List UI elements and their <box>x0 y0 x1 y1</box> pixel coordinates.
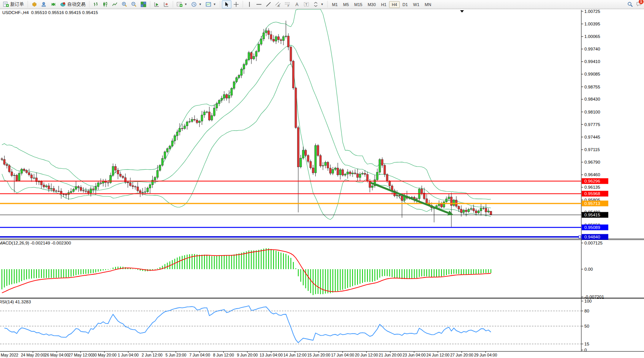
bull-candle[interactable] <box>324 162 326 166</box>
bull-candle[interactable] <box>283 37 285 41</box>
bear-candle[interactable] <box>389 181 391 186</box>
time-axis-label[interactable]: 1 Jun 04:00 <box>118 353 139 357</box>
bull-candle[interactable] <box>480 208 482 211</box>
time-axis-label[interactable]: 27 May 12:00 <box>68 353 93 357</box>
bear-candle[interactable] <box>458 207 460 209</box>
bear-candle[interactable] <box>357 173 359 177</box>
bull-candle[interactable] <box>161 158 163 165</box>
bull-candle[interactable] <box>218 100 220 104</box>
bear-candle[interactable] <box>451 197 453 205</box>
bull-candle[interactable] <box>149 185 151 188</box>
bear-candle[interactable] <box>87 191 89 193</box>
bear-candle[interactable] <box>268 31 270 35</box>
bear-candle[interactable] <box>441 204 443 207</box>
time-axis-label[interactable]: 21 Jun 20:00 <box>379 353 402 357</box>
bull-candle[interactable] <box>245 60 247 65</box>
bull-candle[interactable] <box>179 128 181 132</box>
time-axis-label[interactable]: May 2022 <box>1 353 18 357</box>
bull-candle[interactable] <box>112 166 114 175</box>
fibonacci-tool[interactable]: F <box>283 0 292 8</box>
bull-candle[interactable] <box>443 202 445 207</box>
bear-candle[interactable] <box>85 191 87 191</box>
bear-candle[interactable] <box>120 174 122 176</box>
time-axis-label[interactable]: 5 Jun 23:00 <box>165 353 186 357</box>
crosshair-tool-button[interactable] <box>231 0 241 8</box>
bear-candle[interactable] <box>55 191 57 191</box>
bear-candle[interactable] <box>16 175 18 181</box>
bull-candle[interactable] <box>334 168 336 170</box>
templates-button[interactable]: ▼ <box>204 0 218 8</box>
bear-candle[interactable] <box>473 208 475 211</box>
bull-candle[interactable] <box>453 200 455 205</box>
bear-candle[interactable] <box>317 145 319 156</box>
bull-candle[interactable] <box>90 189 92 193</box>
vertical-line-tool[interactable] <box>245 0 254 8</box>
search-icon[interactable] <box>627 2 633 7</box>
arrows-tool[interactable]: ▼ <box>311 0 326 8</box>
bear-candle[interactable] <box>483 208 484 208</box>
bear-candle[interactable] <box>65 195 67 195</box>
bear-candle[interactable] <box>80 187 82 191</box>
bear-candle[interactable] <box>41 181 43 185</box>
bull-candle[interactable] <box>46 186 47 187</box>
bear-candle[interactable] <box>82 191 84 191</box>
bear-candle[interactable] <box>58 191 60 191</box>
time-axis-label[interactable]: 14 Jun 12:00 <box>283 353 307 357</box>
bear-candle[interactable] <box>26 170 28 173</box>
bull-candle[interactable] <box>228 95 230 98</box>
chart-canvas[interactable]: 1.007251.003951.000650.997400.994100.990… <box>0 9 644 358</box>
bear-candle[interactable] <box>78 186 79 187</box>
bear-candle[interactable] <box>100 183 102 183</box>
bear-candle[interactable] <box>349 172 351 174</box>
market-watch-button[interactable] <box>30 0 39 8</box>
bull-candle[interactable] <box>362 173 364 174</box>
bull-candle[interactable] <box>70 191 72 192</box>
bear-candle[interactable] <box>290 47 292 61</box>
bear-candle[interactable] <box>386 175 388 181</box>
bull-candle[interactable] <box>253 57 255 59</box>
bear-candle[interactable] <box>92 189 94 189</box>
bull-candle[interactable] <box>33 178 35 178</box>
timeframe-button-d1[interactable]: D1 <box>400 1 410 8</box>
bear-candle[interactable] <box>31 175 33 178</box>
bear-candle[interactable] <box>278 37 280 40</box>
bull-candle[interactable] <box>468 209 470 211</box>
bear-candle[interactable] <box>465 210 467 212</box>
bear-candle[interactable] <box>369 181 371 188</box>
bear-candle[interactable] <box>130 183 131 186</box>
bull-candle[interactable] <box>446 199 448 202</box>
bull-candle[interactable] <box>97 183 99 187</box>
bull-candle[interactable] <box>206 112 208 112</box>
bull-candle[interactable] <box>396 195 398 196</box>
time-axis-label[interactable]: 30 May 20:00 <box>92 353 117 357</box>
equidistant-channel-tool[interactable]: E <box>273 0 283 8</box>
trendline-tool[interactable] <box>264 0 273 8</box>
timeframe-button-m15[interactable]: M15 <box>351 1 365 8</box>
bear-candle[interactable] <box>139 191 141 193</box>
bull-candle[interactable] <box>157 170 158 177</box>
bull-candle[interactable] <box>478 211 479 213</box>
time-axis-label[interactable]: 15 Jun 20:00 <box>307 353 331 357</box>
bear-candle[interactable] <box>342 170 344 175</box>
bull-candle[interactable] <box>186 122 188 126</box>
bull-candle[interactable] <box>164 152 166 158</box>
bull-candle[interactable] <box>110 175 112 183</box>
bull-candle[interactable] <box>169 146 171 149</box>
bear-candle[interactable] <box>63 194 65 194</box>
bull-candle[interactable] <box>347 172 349 174</box>
bull-candle[interactable] <box>216 104 218 108</box>
bull-candle[interactable] <box>258 44 260 51</box>
bull-candle[interactable] <box>199 121 201 123</box>
bear-candle[interactable] <box>53 189 55 191</box>
bull-candle[interactable] <box>470 208 472 209</box>
time-axis-label[interactable]: 23 Jun 04:00 <box>403 353 426 357</box>
bear-candle[interactable] <box>107 183 109 183</box>
timeframe-button-m30[interactable]: M30 <box>365 1 378 8</box>
bull-candle[interactable] <box>171 141 173 146</box>
line-drag-handle[interactable] <box>579 236 581 238</box>
new-order-button[interactable]: 新订单 <box>1 0 26 9</box>
bear-candle[interactable] <box>3 159 5 164</box>
time-axis-label[interactable]: 17 Jun 04:00 <box>331 353 354 357</box>
bull-candle[interactable] <box>241 69 242 75</box>
bull-candle[interactable] <box>154 177 156 180</box>
